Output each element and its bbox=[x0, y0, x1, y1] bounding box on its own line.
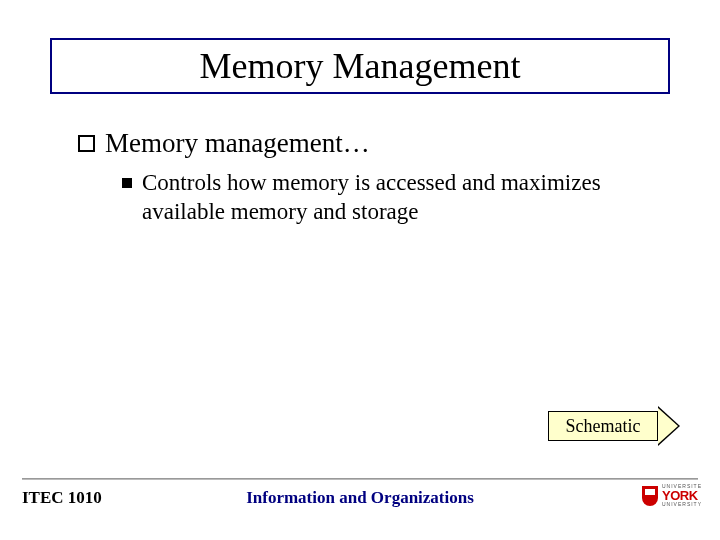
content-area: Memory management… Controls how memory i… bbox=[78, 128, 658, 227]
crest-icon bbox=[642, 486, 658, 506]
bullet-row: Memory management… bbox=[78, 128, 658, 159]
title-inner: Memory Management bbox=[52, 40, 668, 92]
footer-divider bbox=[22, 478, 698, 480]
filled-square-bullet-icon bbox=[122, 178, 132, 188]
square-bullet-icon bbox=[78, 135, 95, 152]
schematic-arrow[interactable]: Schematic bbox=[548, 408, 682, 444]
york-logo: UNIVERSITE YORK UNIVERSITY bbox=[642, 484, 702, 507]
logo-sub-text: UNIVERSITY bbox=[662, 502, 702, 507]
footer-course-title: Information and Organizations bbox=[0, 488, 720, 508]
logo-text-block: UNIVERSITE YORK UNIVERSITY bbox=[662, 484, 702, 507]
sub-bullet-text: Controls how memory is accessed and maxi… bbox=[142, 169, 658, 227]
title-bar: Memory Management bbox=[50, 38, 670, 94]
sub-bullet-row: Controls how memory is accessed and maxi… bbox=[122, 169, 658, 227]
slide-title: Memory Management bbox=[200, 45, 521, 87]
arrow-head-icon bbox=[658, 406, 680, 446]
arrow-label: Schematic bbox=[548, 411, 658, 441]
bullet-text: Memory management… bbox=[105, 128, 370, 159]
